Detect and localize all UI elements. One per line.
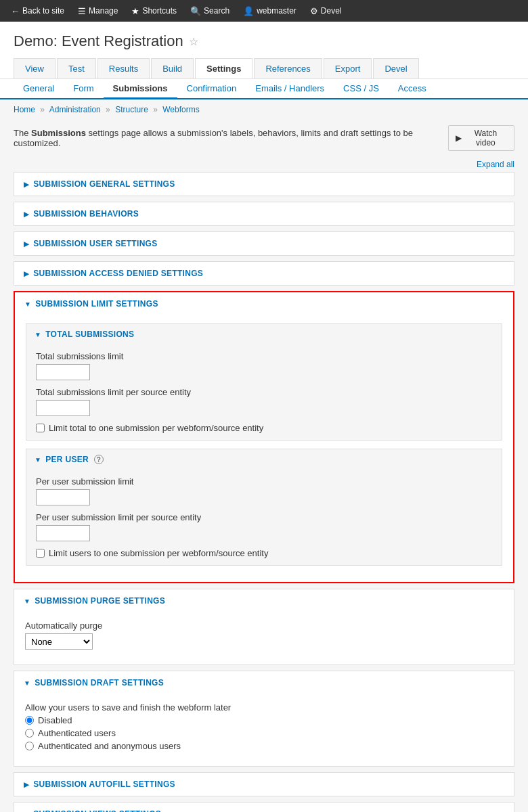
checkbox-limit-total[interactable]	[36, 424, 45, 432]
toolbar-webmaster[interactable]: 👤 webmaster	[238, 3, 302, 19]
toolbar-shortcuts[interactable]: ★ Shortcuts	[126, 3, 182, 19]
breadcrumb-structure[interactable]: Structure	[115, 105, 148, 114]
toolbar-manage[interactable]: ☰ Manage	[72, 3, 123, 19]
label-total-submissions-limit: Total submissions limit	[36, 351, 492, 361]
arrow-icon-total: ▼	[35, 331, 41, 338]
tab-results[interactable]: Results	[97, 58, 150, 78]
breadcrumb-administration[interactable]: Administration	[49, 105, 101, 114]
section-header-general-settings[interactable]: ▶ SUBMISSION GENERAL SETTINGS	[14, 173, 514, 196]
arrow-icon-access: ▶	[24, 270, 29, 277]
subtab-emails-handlers[interactable]: Emails / Handlers	[246, 79, 334, 99]
expand-all-link[interactable]: Expand all	[477, 160, 514, 169]
help-icon-per-user[interactable]: ?	[94, 455, 104, 464]
tab-references[interactable]: References	[254, 58, 322, 78]
section-purge-settings: ▼ SUBMISSION PURGE SETTINGS Automaticall…	[14, 589, 514, 665]
field-group-per-user-per-source: Per user submission limit per source ent…	[36, 512, 492, 541]
checkbox-limit-users[interactable]	[36, 549, 45, 558]
section-limit-settings: ▼ SUBMISSION LIMIT SETTINGS ▼ TOTAL SUBM…	[14, 291, 514, 583]
sub-section-body-total: Total submissions limit Total submission…	[26, 344, 502, 440]
section-label-general: SUBMISSION GENERAL SETTINGS	[33, 179, 175, 189]
breadcrumb-sep-2: »	[106, 105, 110, 114]
radio-disabled[interactable]	[25, 716, 34, 725]
checkbox-row-limit-users: Limit users to one submission per webfor…	[36, 548, 492, 558]
toolbar-back-to-site[interactable]: ← Back to site	[5, 3, 70, 19]
sub-section-header-per-user[interactable]: ▼ PER USER ?	[26, 449, 502, 470]
section-header-limit[interactable]: ▼ SUBMISSION LIMIT SETTINGS	[15, 292, 513, 315]
input-total-per-source[interactable]	[36, 400, 90, 416]
tab-settings[interactable]: Settings	[195, 58, 252, 78]
shortcuts-label: Shortcuts	[142, 6, 177, 16]
description-text: The Submissions settings page allows a s…	[14, 128, 448, 148]
arrow-icon-general: ▶	[24, 181, 29, 188]
field-group-purge: Automatically purge None Draft Completed…	[25, 621, 503, 650]
subtab-submissions[interactable]: Submissions	[104, 79, 177, 99]
arrow-icon-per-user: ▼	[35, 456, 41, 464]
sub-section-header-total[interactable]: ▼ TOTAL SUBMISSIONS	[26, 324, 502, 344]
section-header-access-denied[interactable]: ▶ SUBMISSION ACCESS DENIED SETTINGS	[14, 262, 514, 285]
favorite-star-icon[interactable]: ☆	[189, 35, 198, 48]
page-title: Demo: Event Registration ☆	[14, 32, 514, 50]
input-per-user-limit[interactable]	[36, 489, 90, 505]
secondary-tabs: General Form Submissions Confirmation Em…	[0, 79, 528, 98]
sub-section-label-total: TOTAL SUBMISSIONS	[45, 330, 134, 339]
breadcrumb-webforms[interactable]: Webforms	[162, 105, 199, 114]
search-icon: 🔍	[190, 6, 201, 16]
play-icon: ▶	[456, 133, 462, 143]
gear-icon: ⚙	[310, 6, 318, 16]
section-submission-general-settings: ▶ SUBMISSION GENERAL SETTINGS	[14, 172, 514, 196]
input-per-user-per-source[interactable]	[36, 525, 90, 541]
section-header-autofill[interactable]: ▶ SUBMISSION AUTOFILL SETTINGS	[14, 773, 514, 796]
main-content: ▶ SUBMISSION GENERAL SETTINGS ▶ SUBMISSI…	[0, 172, 528, 812]
section-header-behaviors[interactable]: ▶ SUBMISSION BEHAVIORS	[14, 202, 514, 225]
label-per-user-limit: Per user submission limit	[36, 476, 492, 487]
section-autofill-settings: ▶ SUBMISSION AUTOFILL SETTINGS	[14, 772, 514, 796]
select-purge[interactable]: None Draft Completed All	[25, 633, 93, 650]
radio-label-authenticated: Authenticated users	[38, 728, 116, 738]
section-submission-user-settings: ▶ SUBMISSION USER SETTINGS	[14, 231, 514, 256]
label-draft-allow: Allow your users to save and finish the …	[25, 702, 503, 713]
label-total-per-source: Total submissions limit per source entit…	[36, 387, 492, 397]
breadcrumb-sep-3: »	[153, 105, 158, 114]
section-submission-behaviors: ▶ SUBMISSION BEHAVIORS	[14, 202, 514, 226]
section-label-views: SUBMISSION VIEWS SETTINGS	[33, 809, 161, 812]
sub-section-total: ▼ TOTAL SUBMISSIONS Total submissions li…	[26, 323, 502, 441]
expand-all-wrap: Expand all	[0, 156, 528, 172]
label-per-user-per-source: Per user submission limit per source ent…	[36, 512, 492, 522]
subtab-confirmation[interactable]: Confirmation	[177, 79, 246, 99]
watch-video-button[interactable]: ▶ Watch video	[448, 125, 514, 151]
subtab-general[interactable]: General	[14, 79, 64, 99]
section-header-purge[interactable]: ▼ SUBMISSION PURGE SETTINGS	[14, 589, 514, 612]
search-label: Search	[204, 6, 229, 16]
toolbar-search[interactable]: 🔍 Search	[185, 3, 235, 19]
section-label-access: SUBMISSION ACCESS DENIED SETTINGS	[33, 269, 203, 278]
toolbar-devel[interactable]: ⚙ Devel	[305, 3, 347, 19]
tab-export[interactable]: Export	[324, 58, 372, 78]
tab-build[interactable]: Build	[151, 58, 194, 78]
subtab-access[interactable]: Access	[389, 79, 436, 99]
breadcrumb-home[interactable]: Home	[14, 105, 35, 114]
admin-toolbar: ← Back to site ☰ Manage ★ Shortcuts 🔍 Se…	[0, 0, 528, 22]
label-auto-purge: Automatically purge	[25, 621, 503, 631]
webmaster-label: webmaster	[257, 6, 296, 16]
tab-test[interactable]: Test	[57, 58, 96, 78]
tab-view[interactable]: View	[14, 58, 56, 78]
primary-tabs: View Test Results Build Settings Referen…	[14, 58, 514, 78]
back-to-site-label: Back to site	[22, 6, 64, 16]
field-group-per-user-limit: Per user submission limit	[36, 476, 492, 505]
section-header-draft[interactable]: ▼ SUBMISSION DRAFT SETTINGS	[14, 671, 514, 694]
subtab-css-js[interactable]: CSS / JS	[334, 79, 389, 99]
sub-section-per-user: ▼ PER USER ? Per user submission limit P…	[26, 449, 502, 566]
field-group-draft: Allow your users to save and finish the …	[25, 702, 503, 751]
breadcrumb: Home » Administration » Structure » Webf…	[0, 99, 528, 120]
radio-authenticated[interactable]	[25, 729, 34, 738]
section-body-draft: Allow your users to save and finish the …	[14, 694, 514, 766]
breadcrumb-sep-1: »	[40, 105, 45, 114]
back-arrow-icon: ←	[11, 6, 20, 16]
input-total-submissions-limit[interactable]	[36, 364, 90, 380]
section-header-views[interactable]: ▶ SUBMISSION VIEWS SETTINGS	[14, 803, 514, 812]
tab-devel[interactable]: Devel	[373, 58, 418, 78]
devel-label: Devel	[321, 6, 342, 16]
section-header-user-settings[interactable]: ▶ SUBMISSION USER SETTINGS	[14, 232, 514, 255]
radio-authenticated-anonymous[interactable]	[25, 742, 34, 750]
subtab-form[interactable]: Form	[64, 79, 103, 99]
